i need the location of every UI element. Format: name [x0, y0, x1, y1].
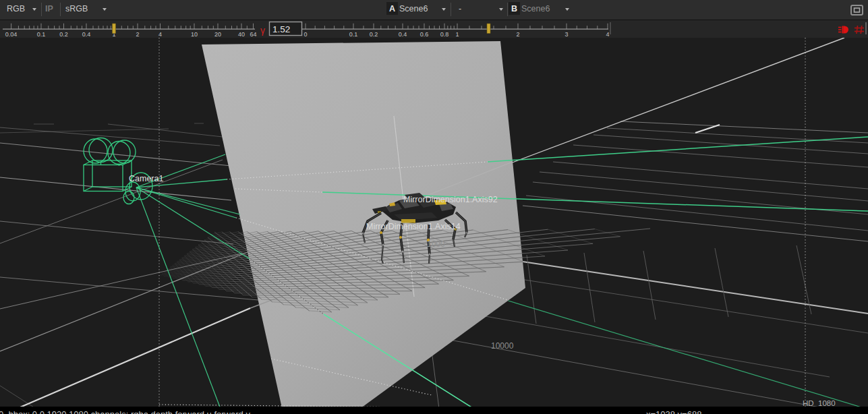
svg-text:10: 10: [191, 31, 198, 38]
svg-text:0.1: 0.1: [37, 31, 46, 38]
svg-text:4: 4: [158, 31, 162, 38]
svg-text:10000: 10000: [491, 341, 514, 351]
svg-text:Camera1: Camera1: [129, 174, 163, 183]
svg-text:4: 4: [606, 31, 609, 38]
svg-text:0.8: 0.8: [440, 31, 449, 38]
svg-text:1.52: 1.52: [272, 24, 290, 34]
svg-text:2: 2: [136, 31, 139, 38]
svg-text:1: 1: [455, 31, 459, 38]
svg-text:40: 40: [238, 31, 245, 38]
svg-text:MirrorDimension1.Axis14: MirrorDimension1.Axis14: [366, 222, 461, 231]
svg-text:0: 0: [303, 31, 307, 38]
svg-text:64: 64: [250, 31, 256, 38]
svg-text:0.1: 0.1: [349, 31, 358, 38]
svg-text:0.4: 0.4: [399, 31, 407, 38]
svg-text:3: 3: [565, 31, 568, 38]
svg-text:2: 2: [516, 31, 519, 38]
svg-text:MirrorDimension1.Axis92: MirrorDimension1.Axis92: [403, 195, 498, 204]
svg-text:20: 20: [214, 31, 221, 38]
svg-text:1000: 1000: [427, 239, 445, 249]
svg-text:0.6: 0.6: [420, 31, 429, 38]
svg-text:γ: γ: [260, 25, 265, 36]
svg-text:0.04: 0.04: [5, 31, 18, 38]
svg-text:0.4: 0.4: [82, 31, 91, 38]
svg-text:0.2: 0.2: [370, 31, 378, 38]
svg-text:0.2: 0.2: [59, 31, 68, 38]
